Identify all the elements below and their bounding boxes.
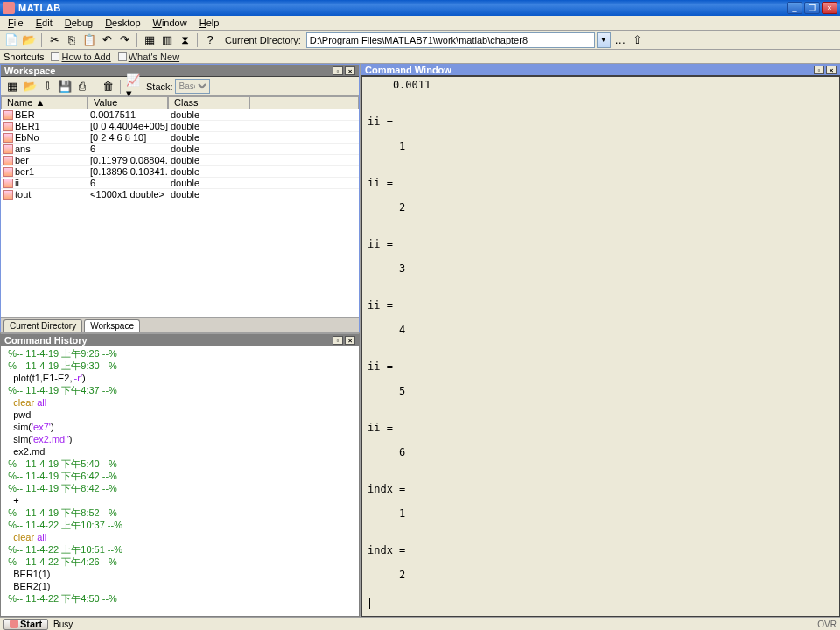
stack-label: Stack:: [146, 81, 173, 92]
history-line[interactable]: BER1(1): [3, 568, 357, 580]
history-line[interactable]: %-- 11-4-22 下午4:26 --%: [3, 556, 357, 568]
open-file-icon[interactable]: 📂: [21, 32, 37, 48]
maximize-button[interactable]: ❐: [804, 2, 820, 14]
history-line[interactable]: %-- 11-4-22 下午4:50 --%: [3, 592, 357, 605]
command-window-titlebar: Command Window ▫ ×: [361, 64, 840, 76]
history-line[interactable]: +: [3, 494, 357, 507]
help-icon[interactable]: ?: [202, 32, 218, 48]
history-line[interactable]: %-- 11-4-19 上午9:26 --%: [3, 347, 357, 360]
history-line[interactable]: %-- 11-4-22 上午10:37 --%: [3, 519, 357, 531]
workspace-row[interactable]: tout<1000x1 double>double: [1, 189, 359, 200]
variable-icon: [4, 156, 13, 165]
up-folder-icon[interactable]: ⇧: [630, 32, 646, 48]
close-button[interactable]: ×: [822, 2, 837, 14]
col-header-value[interactable]: Value: [88, 96, 168, 109]
variable-icon: [4, 144, 13, 154]
import-icon[interactable]: ⇩: [39, 79, 55, 94]
history-line[interactable]: %-- 11-4-19 上午9:30 --%: [3, 360, 357, 372]
window-titlebar: MATLAB _ ❐ ×: [0, 0, 840, 16]
history-line[interactable]: %-- 11-4-19 下午5:40 --%: [3, 458, 357, 470]
history-line[interactable]: clear all: [3, 531, 357, 543]
shortcuts-label: Shortcuts: [4, 52, 44, 62]
shortcut-icon: [118, 52, 127, 61]
workspace-table-body[interactable]: BER0.0017511doubleBER1[0 0 4.4004e+005]d…: [1, 109, 359, 318]
history-line[interactable]: %-- 11-4-19 下午8:42 --%: [3, 482, 357, 494]
menu-window[interactable]: Window: [147, 17, 193, 29]
menu-help[interactable]: Help: [193, 17, 226, 29]
current-directory-dropdown[interactable]: ▼: [597, 32, 611, 48]
col-header-class[interactable]: Class: [168, 96, 249, 109]
history-line[interactable]: sim('ex2.mdl'): [3, 433, 357, 445]
command-history-body[interactable]: %-- 11-4-19 上午9:26 --% %-- 11-4-19 上午9:3…: [1, 346, 359, 616]
new-file-icon[interactable]: 📄: [4, 32, 19, 48]
history-line[interactable]: pwd: [3, 409, 357, 421]
cut-icon[interactable]: ✂: [46, 32, 62, 48]
history-undock-button[interactable]: ▫: [332, 336, 343, 345]
status-text: Busy: [53, 620, 73, 629]
current-directory-input[interactable]: [306, 32, 595, 48]
menu-debug[interactable]: Debug: [59, 17, 99, 29]
var-name: BER: [15, 109, 35, 120]
workspace-row[interactable]: ber1[0.13896 0.10341...double: [1, 166, 359, 178]
var-class: double: [168, 155, 249, 165]
guide-icon[interactable]: ▥: [159, 32, 175, 48]
variable-icon: [4, 190, 13, 200]
workspace-row[interactable]: ans6double: [1, 144, 359, 155]
command-history-panel: Command History ▫ × %-- 11-4-19 上午9:26 -…: [0, 332, 360, 617]
variable-icon: [4, 167, 13, 177]
text-caret: [369, 598, 370, 609]
undo-icon[interactable]: ↶: [99, 32, 115, 48]
separator: [120, 80, 121, 94]
history-line[interactable]: BER2(1): [3, 580, 357, 592]
paste-icon[interactable]: 📋: [81, 32, 97, 48]
workspace-row[interactable]: BER0.0017511double: [1, 109, 359, 121]
col-header-name[interactable]: Name ▲: [1, 96, 88, 109]
history-line[interactable]: %-- 11-4-22 上午10:51 --%: [3, 543, 357, 556]
menu-desktop[interactable]: Desktop: [99, 17, 146, 29]
menu-file[interactable]: File: [2, 17, 30, 29]
history-close-button[interactable]: ×: [345, 336, 355, 345]
simulink-icon[interactable]: ▦: [142, 32, 158, 48]
workspace-row[interactable]: ii6double: [1, 178, 359, 189]
start-button[interactable]: Start: [4, 619, 48, 630]
var-class: double: [168, 132, 249, 143]
workspace-row[interactable]: EbNo[0 2 4 6 8 10]double: [1, 132, 359, 144]
tab-workspace[interactable]: Workspace: [84, 319, 140, 332]
tab-current-directory[interactable]: Current Directory: [4, 319, 82, 332]
history-line[interactable]: %-- 11-4-19 下午4:37 --%: [3, 384, 357, 396]
plot-icon[interactable]: 📈▾: [125, 79, 141, 94]
separator: [136, 33, 137, 47]
menu-edit[interactable]: Edit: [30, 17, 59, 29]
copy-icon[interactable]: ⎘: [64, 32, 80, 48]
separator: [197, 33, 198, 47]
delete-icon[interactable]: 🗑: [100, 79, 116, 94]
command-window-body[interactable]: 0.0011 ii = 1 ii = 2 ii = 3 ii = 4 ii = …: [361, 76, 840, 617]
redo-icon[interactable]: ↷: [116, 32, 132, 48]
stack-select[interactable]: Base: [175, 79, 210, 94]
statusbar: Start Busy OVR: [0, 617, 840, 630]
history-line[interactable]: %-- 11-4-19 下午8:52 --%: [3, 507, 357, 519]
workspace-titlebar: Workspace ▫ ×: [1, 65, 359, 77]
shortcut-whats-new[interactable]: What's New: [118, 52, 179, 62]
profiler-icon[interactable]: ⧗: [177, 32, 192, 48]
workspace-undock-button[interactable]: ▫: [332, 66, 343, 75]
workspace-close-button[interactable]: ×: [345, 66, 355, 75]
save-ws-icon[interactable]: 💾: [57, 79, 73, 94]
history-line[interactable]: %-- 11-4-19 下午6:42 --%: [3, 470, 357, 482]
workspace-row[interactable]: BER1[0 0 4.4004e+005]double: [1, 121, 359, 132]
cmdwin-close-button[interactable]: ×: [826, 66, 836, 74]
minimize-button[interactable]: _: [787, 2, 802, 14]
workspace-row[interactable]: ber[0.11979 0.08804...double: [1, 155, 359, 166]
shortcut-how-to-add[interactable]: How to Add: [51, 52, 110, 62]
history-line[interactable]: sim('ex7'): [3, 421, 357, 433]
cmdwin-undock-button[interactable]: ▫: [814, 66, 824, 74]
new-var-icon[interactable]: ▦: [4, 79, 20, 94]
history-line[interactable]: plot(t1,E1-E2,'-r'): [3, 372, 357, 384]
browse-folder-icon[interactable]: …: [612, 32, 628, 48]
main-area: Workspace ▫ × ▦ 📂 ⇩ 💾 ⎙ 🗑 📈▾ Stack: Base…: [0, 64, 840, 617]
print-icon[interactable]: ⎙: [74, 79, 90, 94]
history-line[interactable]: clear all: [3, 396, 357, 409]
var-name: tout: [15, 189, 31, 200]
history-line[interactable]: ex2.mdl: [3, 445, 357, 458]
open-var-icon[interactable]: 📂: [22, 79, 38, 94]
